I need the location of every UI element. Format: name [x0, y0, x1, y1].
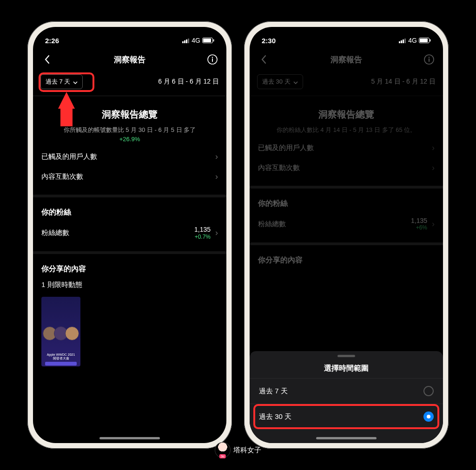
status-time: 2:26 — [45, 37, 59, 45]
watermark-text: 塔科女子 — [233, 446, 261, 455]
svg-rect-13 — [404, 39, 406, 43]
date-range-chip[interactable]: 過去 7 天 — [40, 74, 83, 89]
option-30-days[interactable]: 過去 30 天 — [250, 404, 443, 429]
svg-rect-11 — [401, 40, 402, 43]
shared-section-title: 你分享的內容 — [250, 245, 443, 267]
watermark-avatar-icon — [215, 442, 231, 458]
chevron-right-icon: › — [432, 143, 435, 153]
radio-checked-icon — [423, 411, 434, 422]
phone-right: 2:30 4G 洞察報告 — [244, 21, 449, 449]
metric-interactions-label: 內容互動次數 — [41, 172, 83, 181]
story-thumbnail[interactable]: Apple WWDC 2021 開發者大會 — [41, 297, 80, 366]
fans-delta: +6% — [411, 224, 427, 231]
nav-bar: 洞察報告 — [33, 48, 226, 71]
svg-rect-9 — [212, 59, 213, 62]
svg-rect-15 — [420, 39, 428, 42]
metric-reach[interactable]: 已觸及的用戶人數 › — [33, 144, 226, 170]
metric-interactions-label: 內容互動次數 — [258, 163, 300, 172]
info-icon[interactable] — [206, 53, 219, 66]
fans-section-title: 你的粉絲 — [33, 197, 226, 219]
date-range-label: 過去 7 天 — [46, 78, 70, 86]
metric-reach-label: 已觸及的用戶人數 — [258, 144, 314, 152]
svg-rect-3 — [188, 39, 189, 43]
status-time: 2:30 — [262, 37, 276, 45]
overview-pct: +26.9% — [119, 136, 140, 143]
chevron-right-icon: › — [432, 163, 435, 173]
back-icon[interactable] — [257, 53, 270, 66]
option-30-label: 過去 30 天 — [259, 412, 291, 421]
fans-total-row[interactable]: 粉絲總數 1,135 +0.7% › — [33, 219, 226, 247]
notch — [304, 27, 388, 40]
overview-subtitle: 你的粉絲人數比 4 月 14 日 - 5 月 13 日 多了 65 位。 — [250, 125, 443, 135]
watermark: 塔科女子 — [215, 442, 261, 458]
chevron-down-icon — [293, 78, 298, 85]
svg-rect-10 — [399, 41, 400, 43]
svg-rect-0 — [182, 41, 184, 43]
status-network: 4G — [408, 37, 417, 44]
notch — [88, 27, 172, 40]
chevron-right-icon: › — [215, 228, 218, 238]
signal-icon — [399, 38, 406, 43]
info-icon[interactable] — [423, 53, 436, 66]
home-indicator[interactable] — [316, 437, 377, 439]
fans-total-label: 粉絲總數 — [258, 220, 286, 228]
metric-reach[interactable]: 已觸及的用戶人數 › — [250, 135, 443, 161]
date-range-value: 6 月 6 日 - 6 月 12 日 — [158, 78, 219, 86]
page-title: 洞察報告 — [270, 54, 423, 65]
status-network: 4G — [192, 37, 200, 44]
nav-bar: 洞察報告 — [250, 48, 443, 71]
svg-rect-5 — [203, 39, 211, 42]
phone-left: 2:26 4G 洞察報告 — [27, 21, 232, 449]
svg-point-8 — [212, 57, 213, 58]
fans-delta: +0.7% — [194, 234, 211, 240]
svg-rect-1 — [184, 40, 185, 43]
shared-section-title: 你分享的內容 — [33, 254, 226, 276]
svg-rect-16 — [430, 39, 431, 42]
thumb-caption: Apple WWDC 2021 開發者大會 — [43, 353, 79, 360]
chevron-down-icon — [73, 78, 78, 85]
option-7-label: 過去 7 天 — [259, 387, 288, 396]
battery-icon — [202, 38, 214, 43]
svg-rect-12 — [403, 39, 404, 43]
metric-interactions[interactable]: 內容互動次數 › — [250, 161, 443, 181]
svg-rect-6 — [213, 39, 214, 42]
date-range-chip[interactable]: 過去 30 天 — [257, 74, 303, 89]
chevron-right-icon: › — [215, 172, 218, 182]
battery-icon — [419, 38, 431, 43]
sheet-title: 選擇時間範圍 — [250, 357, 443, 378]
fans-total-label: 粉絲總數 — [41, 228, 69, 237]
fans-total-row[interactable]: 粉絲總數 1,135 +6% › — [250, 210, 443, 238]
page-title: 洞察報告 — [53, 54, 206, 65]
fans-total-value: 1,135 — [194, 226, 211, 234]
chevron-right-icon: › — [432, 219, 435, 229]
svg-point-18 — [429, 57, 430, 58]
date-range-value: 5 月 14 日 - 6 月 12 日 — [371, 78, 436, 86]
metric-interactions[interactable]: 內容互動次數 › — [33, 170, 226, 190]
back-icon[interactable] — [40, 53, 53, 66]
shared-count: 1 則限時動態 — [33, 276, 226, 289]
svg-rect-2 — [186, 39, 187, 43]
date-range-label: 過去 30 天 — [262, 78, 291, 86]
home-indicator[interactable] — [99, 437, 160, 439]
overview-subtitle: 你所觸及的帳號數量比 5 月 30 日 - 6 月 5 日 多了 +26.9% — [33, 125, 226, 144]
metric-reach-label: 已觸及的用戶人數 — [41, 152, 97, 161]
option-7-days[interactable]: 過去 7 天 — [250, 378, 443, 404]
chevron-right-icon: › — [215, 152, 218, 162]
fans-section-title: 你的粉絲 — [250, 189, 443, 210]
date-range-row: 過去 30 天 5 月 14 日 - 6 月 12 日 — [250, 71, 443, 96]
svg-rect-19 — [429, 59, 430, 62]
radio-unchecked-icon — [423, 386, 434, 396]
time-range-sheet: 選擇時間範圍 過去 7 天 過去 30 天 — [250, 351, 443, 443]
signal-icon — [182, 38, 190, 43]
fans-total-value: 1,135 — [411, 217, 427, 225]
overview-title: 洞察報告總覽 — [250, 108, 443, 121]
